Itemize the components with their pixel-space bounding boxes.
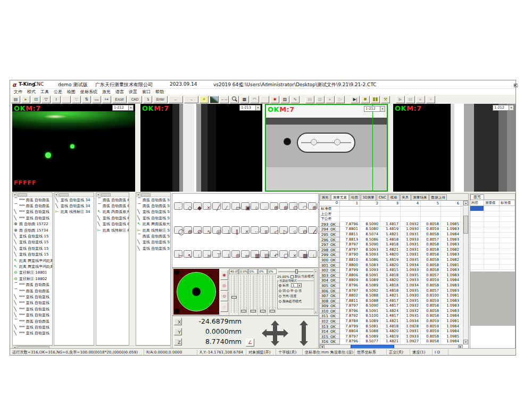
list-scrollbar[interactable]: ◂ (96, 193, 129, 197)
list-item[interactable]: ╲*** 直线 自动直线 (13, 294, 52, 300)
menu-item-窗口[interactable]: 窗口 (142, 89, 151, 95)
tool-icon[interactable]: ∟ (193, 250, 202, 258)
tool-icon[interactable]: ▢ (279, 250, 288, 258)
standard-radio[interactable] (279, 284, 281, 287)
stage-z-button[interactable]: ⇅ (82, 96, 91, 103)
tool-icon[interactable]: ▩ (298, 250, 307, 258)
tool-icon[interactable]: ⊥ (222, 250, 230, 258)
stage-x-button[interactable]: ↦ (102, 96, 111, 103)
row-header-button[interactable]: 300OK (320, 258, 340, 263)
curve-export-button[interactable]: ↴ (143, 96, 152, 103)
row-header-button[interactable]: 310OK (320, 309, 340, 314)
tool-icon[interactable]: ⊥ (222, 226, 230, 234)
scroll-down-icon[interactable]: ▾ (315, 311, 316, 314)
row-header-button[interactable]: 311OK (320, 314, 340, 319)
list-item[interactable]: ╲*** 直线 自动直线 (13, 306, 52, 312)
slider-track[interactable] (240, 275, 247, 313)
tool-icon[interactable]: ∥ (231, 226, 240, 234)
tool-icon[interactable]: × (203, 202, 211, 210)
tool-icon[interactable]: ⊖ (298, 226, 307, 234)
menu-item-公差[interactable]: 公差 (54, 89, 62, 95)
table-row[interactable]: 311OK7.87928.51001.48171.09350.80581.098… (320, 314, 463, 319)
selected-cell[interactable] (470, 206, 484, 211)
menu-item-语言[interactable]: 语言 (115, 89, 124, 95)
slider-thumb[interactable] (241, 310, 246, 312)
scrollbar-thumb[interactable] (101, 193, 111, 196)
camera-view-4[interactable]: OKM:7 1-212 ▾ (393, 104, 516, 192)
color-mode-radio[interactable] (279, 300, 281, 303)
enter-button[interactable]: Enter (153, 96, 168, 103)
chevron-down-icon[interactable]: ▾ (255, 105, 260, 110)
tool-icon[interactable]: × (241, 226, 250, 234)
direction-radio[interactable] (279, 295, 281, 298)
row-header-button[interactable]: 299OK (320, 252, 340, 258)
caliper-button[interactable]: I (52, 96, 61, 103)
list-item[interactable]: ↖距离 内圆弧最大距 (96, 209, 129, 215)
row-header-button[interactable]: 297OK (320, 242, 340, 248)
table-row[interactable]: 310OK7.87968.50911.48241.09320.80581.098… (320, 309, 463, 314)
table-row[interactable]: 306OK7.87978.50921.48181.09350.80571.098… (320, 289, 463, 294)
tab-测量元素[interactable]: 测量元素 (331, 194, 348, 200)
row-header-button[interactable]: 303OK (320, 273, 340, 278)
scrollbar-thumb[interactable] (463, 216, 468, 234)
row-header-button[interactable]: 296OK (320, 237, 340, 243)
table-row[interactable]: 303OK7.88068.50911.48181.09350.80571.098… (320, 273, 463, 278)
tool-icon[interactable]: ⊙ (289, 202, 297, 210)
row-header-button[interactable]: 314OK (320, 329, 340, 334)
list-item[interactable]: ⊢距离 线性标注 34 (54, 209, 94, 215)
slider-thumb[interactable] (251, 310, 256, 312)
ring-light-mode-button[interactable]: ⊙ (220, 291, 228, 301)
axis-y-button[interactable]: Y (174, 328, 182, 335)
results-vertical-scrollbar[interactable]: ▲ ▼ (463, 201, 468, 344)
table-row[interactable]: 302OK7.87998.50931.48151.09330.80581.098… (320, 268, 463, 273)
tool-icon[interactable]: ◆ (193, 202, 202, 210)
table-row[interactable]: 293OK7.87968.50901.48171.09320.80581.098… (320, 222, 463, 227)
tab-绘图[interactable]: 绘图 (350, 194, 360, 200)
list-item[interactable]: ╲直线 自动直线 55 (136, 215, 170, 221)
table-row[interactable]: 294OK7.88018.50801.48191.09300.80591.098… (320, 227, 463, 232)
tool-icon[interactable]: ↶ (270, 250, 278, 258)
tab-CNC[interactable]: CNC (377, 194, 388, 200)
play-2-button[interactable]: ▶ (396, 96, 405, 103)
camera-channel-dropdown[interactable]: 1-212 ▾ (364, 106, 385, 112)
magnifier-button[interactable] (230, 96, 239, 103)
stage-blank-button[interactable] (62, 96, 71, 103)
light-slider[interactable]: 0.0% (238, 269, 248, 315)
scroll-left-icon[interactable]: ◂ (54, 193, 59, 196)
list-item[interactable]: ╲直线 自动直线 15 (13, 240, 52, 245)
star-button[interactable]: ∗ (270, 96, 279, 103)
light-slider[interactable]: 0% (257, 269, 267, 315)
tool-icon[interactable]: ≡ (260, 226, 269, 234)
row-header-button[interactable]: 315OK (320, 334, 340, 340)
tab-element[interactable]: 图元 (470, 194, 484, 200)
arrow-right-button[interactable]: → (184, 96, 198, 103)
tool-icon[interactable]: ∠ (308, 226, 317, 234)
tool-icon[interactable]: ◎ (212, 226, 221, 234)
row-header-button[interactable]: 298OK (320, 248, 340, 253)
camera-channel-dropdown[interactable]: 1-212 ▾ (112, 105, 134, 111)
camera-channel-dropdown[interactable]: 1-212 ▾ (493, 105, 514, 111)
table-row[interactable]: 305OK7.87968.50891.48181.09340.80581.098… (320, 283, 463, 289)
list-item[interactable]: ╲直线 自动直线 34 (54, 203, 94, 209)
tool-icon[interactable]: ⊤ (212, 250, 221, 258)
table-row[interactable]: 307OK7.88028.50881.48211.09300.81001.098… (320, 293, 463, 299)
row-header-button[interactable]: 308OK (320, 299, 340, 304)
list-item[interactable]: ⊢距离 线性标注 55 (136, 227, 170, 233)
list-item[interactable]: ⌒圆弧 自动圆弧 55 (136, 233, 170, 239)
row-header-button[interactable]: 302OK (320, 268, 340, 273)
save-3-button[interactable]: ▤ (406, 96, 415, 103)
slider-track[interactable] (250, 275, 256, 313)
row-header-button[interactable]: 293OK (320, 222, 340, 227)
tab-夹具[interactable]: 夹具 (400, 194, 411, 200)
tool-icon[interactable]: ◠ (298, 202, 307, 210)
slider-track[interactable] (231, 275, 237, 313)
light-panel-scrollbar[interactable]: ▴▾ (314, 269, 318, 314)
level-radio-中[interactable] (287, 290, 289, 292)
slider-thumb[interactable] (295, 269, 298, 274)
wave-button[interactable]: ∿ (290, 96, 300, 103)
chevron-down-icon[interactable]: ▾ (128, 105, 133, 110)
level-radio-弱[interactable] (279, 290, 281, 292)
channel-dropdown[interactable]: 1 ▾ (291, 283, 302, 287)
cut-button[interactable]: × (426, 96, 435, 103)
tool-icon[interactable]: ⊕ (270, 202, 278, 210)
